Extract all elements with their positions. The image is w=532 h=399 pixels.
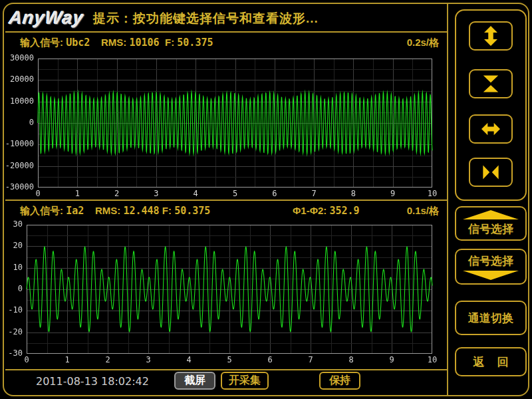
channel-switch-label: 通道切换	[468, 311, 513, 326]
title-bar: AnyWay 提示：按功能键选择信号和查看波形...	[5, 5, 447, 31]
current-panel-header: 输入信号: Ia2 RMS: 12.448 F: 50.375 Φ1-Φ2: 3…	[5, 205, 447, 219]
signal-name: Ubc2	[66, 37, 90, 49]
start-capture-button[interactable]: 开采集	[221, 372, 269, 390]
freq-value: 50.375	[174, 205, 210, 217]
expand-vertical-button[interactable]	[469, 21, 513, 51]
signal-info: 输入信号: Ubc2 RMS: 10106 F: 50.375	[20, 37, 213, 49]
status-bar: 2011-08-13 18:02:42 截屏 开采集 保持	[5, 369, 447, 394]
waveform-panel-voltage: 输入信号: Ubc2 RMS: 10106 F: 50.375 0.2s/格	[5, 31, 447, 200]
timebase-value: 0.1s/格	[407, 205, 439, 217]
freq-label: F:	[162, 205, 172, 216]
signal-select-up-button[interactable]: 信号选择	[455, 206, 527, 241]
signal-select-down-button[interactable]: 信号选择	[455, 249, 527, 285]
expand-horizontal-icon	[479, 120, 503, 138]
back-label: 返 回	[473, 354, 509, 370]
waveform-canvas-voltage	[5, 50, 447, 200]
signal-select-down-label: 信号选择	[468, 253, 513, 269]
triangle-down-icon	[463, 271, 519, 280]
freq-value: 50.375	[177, 37, 213, 49]
phase-info: Φ1-Φ2: 352.9	[293, 205, 360, 217]
compress-vertical-icon	[479, 74, 502, 94]
hint-message: 提示：按功能键选择信号和查看波形...	[93, 10, 319, 27]
phase-value: 352.9	[329, 205, 359, 217]
signal-info: 输入信号: Ia2 RMS: 12.448 F: 50.375	[20, 205, 210, 217]
rms-label: RMS:	[95, 205, 120, 216]
compress-horizontal-button[interactable]	[469, 158, 513, 187]
freq-label: F:	[165, 37, 174, 48]
expand-vertical-icon	[479, 26, 502, 46]
voltage-panel-header: 输入信号: Ubc2 RMS: 10106 F: 50.375 0.2s/格	[5, 37, 447, 51]
compress-horizontal-icon	[479, 163, 503, 182]
signal-name: Ia2	[66, 205, 84, 217]
zoom-button-group	[455, 9, 527, 201]
signal-select-up-label: 信号选择	[468, 221, 513, 237]
triangle-up-icon	[463, 210, 519, 219]
timestamp: 2011-08-13 18:02:42	[36, 375, 149, 388]
rms-label: RMS:	[101, 37, 126, 48]
brand-logo: AnyWay	[8, 8, 84, 29]
back-button[interactable]: 返 回	[455, 347, 527, 376]
rms-value: 12.448	[123, 205, 159, 217]
input-signal-label: 输入信号:	[20, 205, 63, 216]
rms-value: 10106	[129, 37, 159, 49]
screenshot-button[interactable]: 截屏	[174, 372, 215, 390]
expand-horizontal-button[interactable]	[469, 114, 513, 144]
channel-switch-button[interactable]: 通道切换	[455, 301, 527, 335]
sidebar: 信号选择 信号选择 通道切换 返 回	[448, 5, 532, 394]
phase-label: Φ1-Φ2:	[293, 205, 327, 216]
waveform-canvas-current	[5, 221, 447, 369]
input-signal-label: 输入信号:	[20, 37, 63, 48]
compress-vertical-button[interactable]	[469, 69, 513, 98]
hold-button[interactable]: 保持	[319, 372, 360, 390]
waveform-panel-current: 输入信号: Ia2 RMS: 12.448 F: 50.375 Φ1-Φ2: 3…	[5, 200, 447, 369]
device-screen: AnyWay 提示：按功能键选择信号和查看波形... 输入信号: Ubc2 RM…	[0, 0, 532, 399]
timebase-value: 0.2s/格	[407, 37, 439, 49]
